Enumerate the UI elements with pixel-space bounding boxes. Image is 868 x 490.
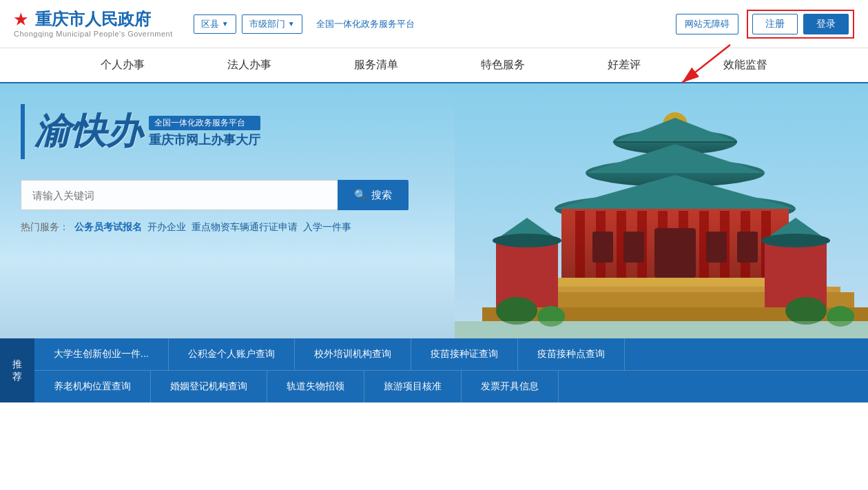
quick-label: 推荐 — [0, 338, 34, 402]
search-container: 🔍 搜索 — [21, 180, 448, 210]
svg-rect-23 — [654, 228, 696, 278]
temple-illustration — [455, 83, 868, 338]
quick-item-10[interactable]: 发票开具信息 — [462, 371, 559, 402]
quick-item-9[interactable]: 旅游项目核准 — [364, 371, 462, 402]
hot-link-4[interactable]: 入学一件事 — [303, 221, 351, 234]
hot-label: 热门服务： — [21, 221, 69, 234]
brand-banner: 渝快办 全国一体化政务服务平台 重庆市网上办事大厅 — [21, 104, 448, 159]
hero-section: 渝快办 全国一体化政务服务平台 重庆市网上办事大厅 🔍 搜索 热门服务： 公务员… — [0, 83, 868, 338]
quick-item-4[interactable]: 疫苗接种证查询 — [411, 338, 518, 370]
quick-label-text: 推荐 — [12, 358, 22, 383]
quick-item-3[interactable]: 校外培训机构查询 — [295, 338, 411, 370]
auth-box: 注册 登录 — [747, 10, 854, 39]
quick-item-5[interactable]: 疫苗接种点查询 — [518, 338, 625, 370]
login-button[interactable]: 登录 — [803, 14, 849, 34]
subtitle2: 重庆市网上办事大厅 — [149, 132, 260, 148]
svg-rect-13 — [575, 211, 585, 278]
hero-content: 渝快办 全国一体化政务服务平台 重庆市网上办事大厅 🔍 搜索 热门服务： 公务员… — [0, 83, 468, 338]
search-button[interactable]: 🔍 搜索 — [338, 180, 409, 210]
chevron-down-icon: ▼ — [288, 20, 295, 28]
svg-rect-25 — [623, 232, 644, 263]
department-dropdown[interactable]: 市级部门 ▼ — [242, 14, 302, 34]
quick-item-7[interactable]: 婚姻登记机构查询 — [151, 371, 267, 402]
quick-item-2[interactable]: 公积金个人账户查询 — [169, 338, 295, 370]
hot-link-2[interactable]: 开办企业 — [147, 221, 186, 234]
quick-item-1[interactable]: 大学生创新创业一件... — [34, 338, 169, 370]
logo-chinese: ★ 重庆市人民政府 — [14, 10, 173, 30]
register-button[interactable]: 注册 — [752, 14, 798, 34]
svg-point-34 — [493, 234, 561, 247]
quick-services-inner: 推荐 大学生创新创业一件... 公积金个人账户查询 校外培训机构查询 疫苗接种证… — [0, 338, 868, 402]
svg-point-37 — [761, 234, 830, 247]
nav-service-list[interactable]: 服务清单 — [313, 48, 440, 82]
logo-area: ★ 重庆市人民政府 Chongqing Municipal People's G… — [14, 10, 173, 38]
star-icon: ★ — [14, 11, 28, 28]
brand-text: 渝快办 — [34, 108, 142, 156]
svg-rect-26 — [706, 232, 727, 263]
quick-item-8[interactable]: 轨道失物招领 — [267, 371, 364, 402]
search-icon: 🔍 — [354, 189, 367, 201]
district-dropdown[interactable]: 区县 ▼ — [194, 14, 236, 34]
nav-featured[interactable]: 特色服务 — [440, 48, 566, 82]
search-input[interactable] — [21, 180, 338, 210]
quick-services-grid: 大学生创新创业一件... 公积金个人账户查询 校外培训机构查询 疫苗接种证查询 … — [34, 338, 868, 402]
quick-services-section: 推荐 大学生创新创业一件... 公积金个人账户查询 校外培训机构查询 疫苗接种证… — [0, 338, 868, 402]
svg-point-40 — [785, 297, 827, 325]
subtitle1: 全国一体化政务服务平台 — [149, 116, 260, 130]
logo-english: Chongqing Municipal People's Government — [14, 30, 173, 38]
svg-line-1 — [682, 45, 730, 83]
svg-rect-24 — [592, 232, 613, 263]
quick-item-6[interactable]: 养老机构位置查询 — [34, 371, 151, 402]
hot-link-3[interactable]: 重点物资车辆通行证申请 — [192, 221, 298, 234]
svg-rect-42 — [455, 321, 868, 338]
svg-point-38 — [496, 297, 537, 325]
accessibility-button[interactable]: 网站无障碍 — [676, 14, 738, 34]
header-right: 网站无障碍 注册 登录 — [676, 10, 854, 39]
quick-row-1: 大学生创新创业一件... 公积金个人账户查询 校外培训机构查询 疫苗接种证查询 … — [34, 338, 868, 371]
svg-rect-27 — [737, 232, 758, 263]
hot-link-1[interactable]: 公务员考试报名 — [74, 221, 142, 234]
site-header: ★ 重庆市人民政府 Chongqing Municipal People's G… — [0, 0, 868, 48]
nav-legal[interactable]: 法人办事 — [186, 48, 313, 82]
chevron-down-icon: ▼ — [222, 20, 229, 28]
svg-rect-35 — [765, 242, 827, 307]
quick-row-2: 养老机构位置查询 婚姻登记机构查询 轨道失物招领 旅游项目核准 发票开具信息 — [34, 371, 868, 402]
annotation-arrow — [661, 41, 744, 99]
hot-services: 热门服务： 公务员考试报名 开办企业 重点物资车辆通行证申请 入学一件事 — [21, 221, 448, 234]
platform-link[interactable]: 全国一体化政务服务平台 — [316, 18, 415, 30]
banner-subtitles: 全国一体化政务服务平台 重庆市网上办事大厅 — [149, 116, 260, 148]
svg-rect-32 — [496, 242, 558, 307]
header-dropdowns: 区县 ▼ 市级部门 ▼ — [194, 14, 302, 34]
nav-personal[interactable]: 个人办事 — [59, 48, 186, 82]
